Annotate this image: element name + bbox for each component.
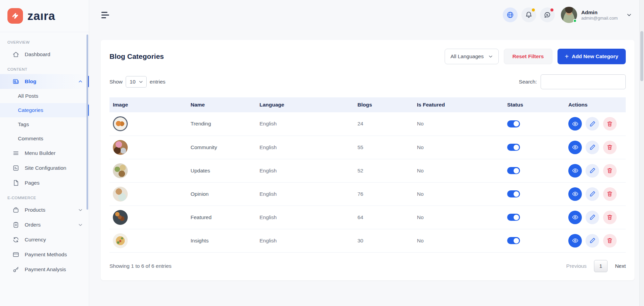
sidebar-item-label: Blog bbox=[25, 78, 36, 85]
user-email: admin@gmail.com bbox=[581, 16, 618, 21]
sidebar-scrollbar[interactable] bbox=[86, 34, 88, 210]
status-toggle[interactable] bbox=[507, 120, 520, 127]
edit-button[interactable] bbox=[586, 164, 599, 178]
sidebar-item-payment-methods[interactable]: Payment Methods bbox=[0, 247, 89, 262]
category-blogs-count: 30 bbox=[354, 229, 414, 252]
search-input[interactable] bbox=[541, 74, 626, 89]
notifications-button[interactable] bbox=[521, 7, 536, 22]
page-number-button[interactable]: 1 bbox=[594, 260, 608, 272]
delete-button[interactable] bbox=[603, 164, 617, 178]
delete-button[interactable] bbox=[603, 211, 617, 224]
messages-button[interactable] bbox=[540, 7, 555, 22]
hamburger-menu-icon[interactable] bbox=[101, 12, 109, 18]
pencil-icon bbox=[589, 144, 596, 150]
status-toggle[interactable] bbox=[507, 167, 520, 174]
trash-icon bbox=[606, 191, 613, 197]
eye-icon bbox=[572, 214, 578, 220]
chevron-down-icon[interactable] bbox=[626, 12, 632, 18]
sidebar-item-currency[interactable]: Currency bbox=[0, 232, 89, 247]
chevron-down-icon bbox=[488, 54, 493, 59]
view-button[interactable] bbox=[568, 234, 582, 248]
brand-logo[interactable]: zaıra bbox=[0, 0, 89, 32]
category-name: Community bbox=[187, 136, 256, 159]
status-toggle[interactable] bbox=[507, 237, 520, 244]
sidebar-item-site-configuration[interactable]: Site Configuration bbox=[0, 161, 89, 175]
sidebar-item-all-posts[interactable]: All Posts bbox=[0, 89, 89, 103]
content-area: Blog Categories All Languages Reset Filt… bbox=[89, 30, 644, 280]
view-button[interactable] bbox=[568, 141, 582, 154]
section-label-content: CONTENT bbox=[0, 62, 89, 74]
sidebar-item-orders[interactable]: Orders bbox=[0, 217, 89, 232]
edit-button[interactable] bbox=[586, 141, 599, 154]
column-header-image: Image bbox=[109, 97, 187, 112]
category-is-featured: No bbox=[414, 182, 504, 206]
sidebar-item-dashboard[interactable]: Dashboard bbox=[0, 47, 89, 62]
category-image bbox=[113, 210, 128, 225]
user-menu[interactable]: Admin admin@gmail.com bbox=[561, 7, 632, 23]
view-button[interactable] bbox=[568, 211, 582, 224]
page-scrollbar[interactable] bbox=[639, 0, 644, 306]
previous-page-button[interactable]: Previous bbox=[566, 263, 587, 269]
message-badge bbox=[550, 8, 553, 11]
online-status-dot bbox=[573, 19, 577, 23]
edit-button[interactable] bbox=[586, 187, 599, 201]
pencil-icon bbox=[589, 191, 596, 197]
status-toggle[interactable] bbox=[507, 190, 520, 197]
edit-button[interactable] bbox=[586, 211, 599, 224]
delete-button[interactable] bbox=[603, 187, 617, 201]
clipboard-icon bbox=[13, 221, 19, 228]
edit-button[interactable] bbox=[586, 117, 599, 131]
sidebar-item-pages[interactable]: Pages bbox=[0, 175, 89, 190]
trash-icon bbox=[606, 144, 613, 150]
sidebar-item-label: Dashboard bbox=[25, 51, 50, 57]
category-image bbox=[113, 187, 128, 202]
sidebar-item-label: Products bbox=[25, 207, 45, 213]
brand-name: zaıra bbox=[27, 9, 55, 23]
trash-icon bbox=[606, 167, 613, 174]
column-header-is-featured: Is Featured bbox=[414, 97, 504, 112]
sidebar-item-tags[interactable]: Tags bbox=[0, 117, 89, 132]
category-image bbox=[113, 163, 128, 178]
view-button[interactable] bbox=[568, 187, 582, 201]
language-filter-value: All Languages bbox=[450, 53, 484, 60]
newspaper-icon bbox=[13, 78, 19, 85]
page-scrollbar-thumb[interactable] bbox=[640, 31, 643, 81]
sidebar-item-blog[interactable]: Blog bbox=[0, 74, 89, 89]
edit-button[interactable] bbox=[586, 234, 599, 248]
entries-label: entries bbox=[150, 79, 166, 85]
column-header-language: Language bbox=[256, 97, 354, 112]
sidebar-item-label: Currency bbox=[25, 237, 46, 243]
chat-icon bbox=[544, 11, 551, 19]
sidebar-item-menu-builder[interactable]: Menu Builder bbox=[0, 146, 89, 161]
eye-icon bbox=[572, 144, 578, 150]
next-page-button[interactable]: Next bbox=[615, 263, 626, 269]
delete-button[interactable] bbox=[603, 234, 617, 248]
page-size-select[interactable]: 10 bbox=[126, 76, 147, 88]
category-is-featured: No bbox=[414, 229, 504, 252]
page-size-value: 10 bbox=[130, 79, 135, 85]
trash-icon bbox=[606, 121, 613, 127]
sidebar-item-products[interactable]: Products bbox=[0, 203, 89, 217]
status-toggle[interactable] bbox=[507, 214, 520, 221]
sidebar-item-payment-analysis[interactable]: Payment Analysis bbox=[0, 262, 89, 277]
category-name: Opinion bbox=[187, 182, 256, 206]
chevron-down-icon bbox=[78, 208, 83, 212]
globe-icon bbox=[506, 11, 514, 19]
sidebar-item-categories[interactable]: Categories bbox=[0, 103, 89, 117]
pencil-icon bbox=[589, 167, 596, 174]
pencil-icon bbox=[589, 214, 596, 220]
sidebar-item-comments[interactable]: Comments bbox=[0, 132, 89, 146]
delete-button[interactable] bbox=[603, 117, 617, 131]
top-bar: Admin admin@gmail.com bbox=[89, 0, 644, 30]
sidebar-item-label: Pages bbox=[25, 180, 40, 186]
status-toggle[interactable] bbox=[507, 144, 520, 151]
view-button[interactable] bbox=[568, 117, 582, 131]
add-new-category-button[interactable]: + Add New Category bbox=[558, 49, 626, 64]
language-filter-select[interactable]: All Languages bbox=[445, 49, 499, 64]
category-is-featured: No bbox=[414, 112, 504, 136]
language-globe-button[interactable] bbox=[503, 7, 518, 22]
view-button[interactable] bbox=[568, 164, 582, 178]
blog-categories-card: Blog Categories All Languages Reset Filt… bbox=[101, 40, 635, 280]
reset-filters-button[interactable]: Reset Filters bbox=[504, 49, 552, 64]
delete-button[interactable] bbox=[603, 141, 617, 154]
